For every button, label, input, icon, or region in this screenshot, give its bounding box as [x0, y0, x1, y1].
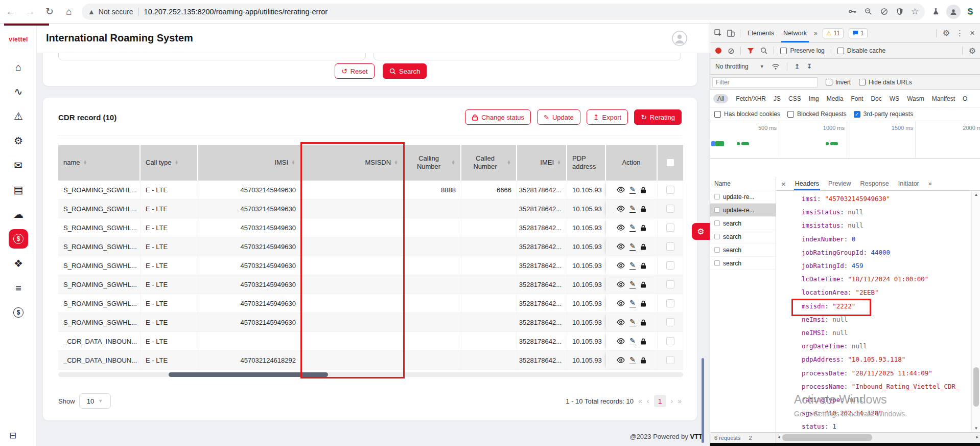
json-field-pdpAddress[interactable]: pdpAddress: "10.105.93.118"	[802, 353, 971, 366]
lock-icon[interactable]	[640, 243, 646, 250]
sidebar-item-finance[interactable]: $	[9, 303, 28, 322]
table-row[interactable]: _CDR_DATA_INBOUN...E - LTE45703212461829…	[58, 351, 683, 370]
row-checkbox[interactable]	[666, 224, 674, 232]
request-row[interactable]: search	[710, 257, 776, 270]
filter-pill-js[interactable]: JS	[774, 95, 781, 102]
search-field-1[interactable]	[58, 53, 366, 60]
sidebar-item-chat[interactable]: ✉	[9, 155, 28, 175]
preserve-log-checkbox[interactable]	[780, 48, 787, 54]
url-text[interactable]: 10.207.252.135:8200/roaming-app/utilitie…	[144, 8, 843, 16]
view-icon[interactable]	[617, 300, 625, 306]
update-button[interactable]: ✎ Update	[537, 109, 580, 125]
kebab-menu-icon[interactable]: ⋮	[956, 29, 964, 38]
edit-icon[interactable]: ✎	[629, 318, 636, 326]
filter-pill-manifest[interactable]: Manifest	[932, 95, 955, 102]
sort-icon[interactable]: ▲▼	[451, 161, 455, 165]
scroll-down-icon[interactable]: ▼	[972, 426, 980, 431]
view-icon[interactable]	[617, 206, 625, 212]
filter-pill-all[interactable]: All	[713, 94, 728, 103]
table-row[interactable]: S_ROAMING_SGWHL...E - LTE457032145949630…	[58, 237, 683, 256]
table-row[interactable]: _CDR_DATA_INBOUN...E - LTE3528178642...1…	[58, 332, 683, 351]
back-icon[interactable]: ←	[2, 3, 19, 20]
sidebar-item-integration[interactable]: ❖	[9, 254, 28, 273]
scrollbar-thumb[interactable]	[973, 367, 979, 407]
filter-pill-doc[interactable]: Doc	[871, 95, 881, 102]
record-icon[interactable]	[715, 48, 721, 54]
not-secure-warning-icon[interactable]: ▲	[88, 8, 95, 16]
import-har-icon[interactable]: ↥	[795, 63, 800, 70]
filter-pill-media[interactable]: Media	[827, 95, 844, 102]
sort-icon[interactable]: ▲▼	[557, 161, 561, 165]
clear-icon[interactable]: ⊘	[728, 46, 734, 56]
network-timeline[interactable]: 500 ms1000 ms1500 ms2000 m	[710, 121, 980, 159]
sidebar-collapse-icon[interactable]: ⊟	[9, 430, 16, 441]
hide-data-urls-checkbox[interactable]	[859, 79, 866, 85]
table-row[interactable]: S_ROAMING_SGWHL...E - LTE457032145949630…	[58, 313, 683, 332]
extension-s-icon[interactable]: S	[967, 7, 973, 16]
filter-funnel-icon[interactable]	[747, 48, 754, 54]
edit-icon[interactable]: ✎	[629, 186, 636, 194]
forward-icon[interactable]: →	[21, 3, 39, 20]
invert-checkbox[interactable]	[826, 79, 832, 85]
sidebar-item-engine[interactable]: ⚙	[9, 131, 28, 150]
row-checkbox[interactable]	[666, 337, 674, 345]
row-checkbox[interactable]	[666, 261, 674, 270]
row-checkbox[interactable]	[666, 280, 674, 288]
col-name[interactable]: name▲▼	[58, 145, 141, 181]
lock-icon[interactable]	[640, 357, 646, 364]
select-all-checkbox[interactable]	[666, 159, 674, 167]
checkbox[interactable]	[787, 111, 794, 118]
network-conditions-icon[interactable]	[772, 63, 780, 70]
detail-horizontal-scrollbar[interactable]: ◂ ▸	[776, 433, 980, 443]
export-button[interactable]: ↥ Export	[587, 109, 628, 125]
json-field-imsistatus[interactable]: imsistatus: null	[802, 219, 971, 232]
next-page-icon[interactable]: ›	[671, 397, 673, 405]
json-field-processName[interactable]: processName: "Inbound_Rating_Viettel_CDR…	[802, 380, 971, 393]
scroll-right-icon[interactable]: ▸	[976, 434, 978, 439]
lock-icon[interactable]	[640, 281, 646, 288]
json-field-lcDateTime[interactable]: lcDateTime: "18/11/2024 01:00:00"	[802, 273, 971, 286]
edit-icon[interactable]: ✎	[629, 280, 636, 288]
filter-pill-css[interactable]: CSS	[788, 95, 801, 102]
table-row[interactable]: S_ROAMING_SGWHL...E - LTE457032145949630…	[58, 218, 683, 237]
json-field-jobRatingGroupId[interactable]: jobRatingGroupId: 44000	[802, 246, 971, 259]
sidebar-item-dollar[interactable]: $	[9, 229, 28, 249]
request-row[interactable]: search	[710, 230, 776, 243]
json-field-indexNumber[interactable]: indexNumber: 0	[802, 233, 971, 246]
last-page-icon[interactable]: »	[678, 397, 682, 405]
sort-icon[interactable]: ▲▼	[291, 161, 295, 165]
json-field-neImsi[interactable]: neImsi: null	[802, 313, 971, 326]
hide-data-urls-option[interactable]: Hide data URLs	[859, 79, 912, 86]
sidebar-item-chart[interactable]: ∿	[9, 82, 28, 101]
json-field-processDate[interactable]: processDate: "28/11/2025 11:44:09"	[802, 367, 971, 380]
scrollbar-thumb[interactable]	[169, 372, 328, 377]
json-field-imsi[interactable]: imsi: "457032145949630"	[802, 192, 971, 206]
json-field-sgsn[interactable]: sgsn: "10.202.14.128"	[802, 407, 971, 420]
close-devtools-icon[interactable]: ×	[970, 28, 975, 38]
table-row[interactable]: S_ROAMING_SGWHL...E - LTE457032145949630…	[58, 181, 683, 199]
home-icon[interactable]: ⌂	[60, 3, 78, 20]
lock-icon[interactable]	[640, 338, 646, 345]
refresh-icon[interactable]: ↻	[41, 3, 58, 20]
col-imei[interactable]: IMEI▲▼	[517, 145, 567, 181]
tab-elements[interactable]: Elements	[745, 24, 776, 42]
table-row[interactable]: S_ROAMING_SGWHL...E - LTE457032145949630…	[58, 294, 683, 313]
table-row[interactable]: S_ROAMING_SGWHL...E - LTE457032145949630…	[58, 275, 683, 294]
filter-pill-o[interactable]: O	[963, 95, 967, 102]
network-settings-gear-icon[interactable]: ⚙	[969, 46, 976, 56]
edit-icon[interactable]: ✎	[629, 242, 636, 251]
change-status-button[interactable]: Change status	[465, 109, 531, 125]
edit-icon[interactable]: ✎	[629, 261, 636, 270]
address-bar[interactable]: ▲ Not secure 10.207.252.135:8200/roaming…	[82, 4, 925, 20]
sidebar-item-alert[interactable]: ⚠	[9, 106, 28, 126]
floating-settings-button[interactable]: ⚙	[692, 223, 710, 240]
sort-icon[interactable]: ▲▼	[394, 161, 398, 165]
checkbox[interactable]	[714, 111, 721, 118]
throttling-select[interactable]: No throttling ▼	[715, 63, 764, 70]
view-icon[interactable]	[617, 357, 625, 363]
tab-preview[interactable]: Preview	[828, 177, 851, 190]
table-horizontal-scrollbar[interactable]	[58, 372, 683, 377]
close-detail-icon[interactable]: ×	[781, 180, 786, 188]
view-icon[interactable]	[617, 281, 625, 287]
rerating-button[interactable]: ↻ Rerating	[634, 109, 682, 125]
